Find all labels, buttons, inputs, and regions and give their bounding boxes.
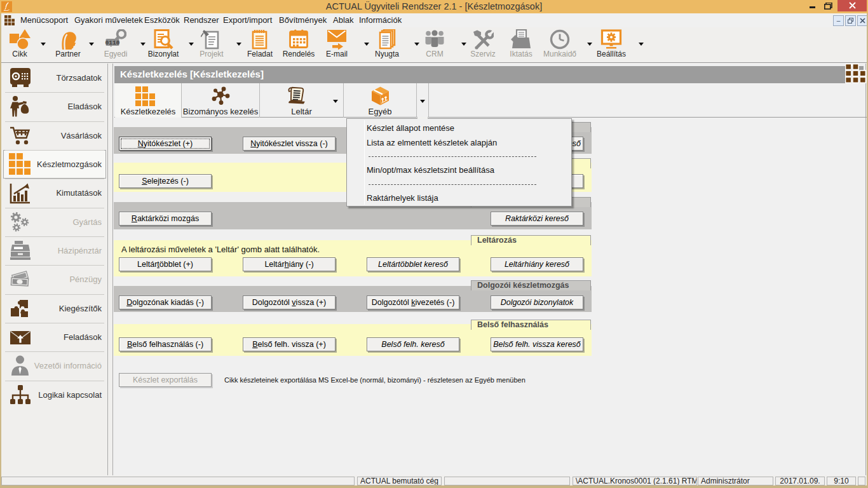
svg-text:0110: 0110 <box>105 39 120 46</box>
